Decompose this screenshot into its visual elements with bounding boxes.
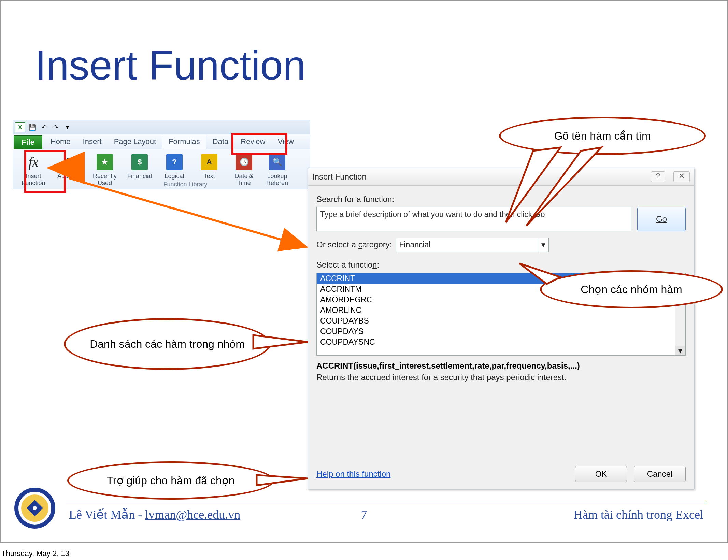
- file-tab[interactable]: File: [14, 135, 42, 149]
- money-book-icon: $: [130, 153, 149, 172]
- group-label: Function Library: [64, 181, 306, 188]
- insert-function-dialog: Insert Function ? ✕ Search for a functio…: [308, 168, 694, 489]
- financial-button[interactable]: $ Financial: [122, 151, 157, 181]
- callout-category: Chọn các nhóm hàm: [540, 270, 723, 308]
- list-item[interactable]: COUPDAYS: [317, 326, 675, 337]
- tab-data[interactable]: Data: [206, 134, 234, 149]
- question-book-icon: ?: [165, 153, 184, 172]
- tab-review[interactable]: Review: [234, 134, 271, 149]
- tab-formulas[interactable]: Formulas: [162, 134, 206, 149]
- excel-ribbon: X 💾 ↶ ↷ ▾ File Home Insert Page Layout F…: [13, 120, 310, 189]
- category-row: Or select a category: Financial ▾: [316, 238, 686, 252]
- autosum-label: AutoSum: [57, 173, 83, 180]
- university-logo: [14, 488, 55, 529]
- category-label: Or select a category:: [316, 240, 392, 249]
- slide-title: Insert Function: [35, 42, 306, 89]
- clock-book-icon: 🕓: [234, 153, 254, 172]
- select-function-label: Select a function:: [316, 260, 686, 270]
- qat-dropdown-icon[interactable]: ▾: [63, 123, 72, 132]
- redo-icon[interactable]: ↷: [51, 123, 60, 132]
- slide-date: Thursday, May 2, 13: [1, 549, 69, 558]
- tab-insert[interactable]: Insert: [77, 134, 108, 149]
- ribbon-body: fx Insert Function Σ AutoSum ★ Recently …: [13, 149, 310, 189]
- footer-rule: [66, 503, 707, 503]
- window-buttons: ? ✕: [651, 171, 690, 182]
- cancel-button[interactable]: Cancel: [634, 466, 686, 482]
- close-icon[interactable]: ✕: [673, 171, 690, 182]
- chevron-down-icon[interactable]: ▾: [538, 238, 548, 252]
- undo-icon[interactable]: ↶: [40, 123, 48, 132]
- text-label: Text: [203, 173, 215, 180]
- callout-list: Danh sách các hàm trong nhóm: [64, 318, 271, 370]
- scroll-down-icon[interactable]: ▾: [675, 346, 685, 355]
- text-button[interactable]: A Text: [192, 151, 227, 181]
- star-book-icon: ★: [95, 153, 114, 172]
- text-book-icon: A: [200, 153, 219, 172]
- save-icon[interactable]: 💾: [28, 123, 37, 132]
- tab-page-layout[interactable]: Page Layout: [108, 134, 162, 149]
- category-select[interactable]: Financial ▾: [396, 238, 549, 252]
- lookup-book-icon: 🔍: [268, 153, 287, 172]
- insert-function-button[interactable]: fx Insert Function: [14, 151, 53, 188]
- help-link[interactable]: Help on this function: [316, 469, 390, 479]
- callout-search: Gõ tên hàm cần tìm: [499, 117, 706, 155]
- go-button[interactable]: Go: [637, 207, 686, 231]
- logical-label: Logical: [165, 173, 184, 180]
- financial-label: Financial: [127, 173, 152, 180]
- list-item[interactable]: COUPDAYSNC: [317, 337, 675, 347]
- dialog-buttons: OK Cancel: [575, 466, 686, 482]
- dialog-titlebar: Insert Function ? ✕: [308, 168, 694, 186]
- page-number: 7: [361, 507, 367, 522]
- tab-view[interactable]: View: [271, 134, 300, 149]
- logical-button[interactable]: ? Logical: [157, 151, 192, 181]
- sigma-icon: Σ: [60, 153, 80, 172]
- function-signature: ACCRINT(issue,first_interest,settlement,…: [316, 361, 686, 371]
- footer-rule: [66, 502, 707, 502]
- ribbon-tabs: File Home Insert Page Layout Formulas Da…: [13, 134, 310, 149]
- insert-function-label: Insert Function: [22, 173, 45, 187]
- tab-home[interactable]: Home: [44, 134, 77, 149]
- search-row: Type a brief description of what you wan…: [316, 207, 686, 231]
- excel-icon: X: [15, 122, 25, 132]
- search-label: Search for a function:: [316, 195, 686, 204]
- footer-email: lvman@hce.edu.vn: [145, 508, 240, 521]
- autosum-button[interactable]: Σ AutoSum: [53, 151, 87, 181]
- function-description: Returns the accrued interest for a secur…: [316, 373, 686, 382]
- category-value: Financial: [399, 240, 430, 249]
- footer-author: Lê Viết Mẫn - lvman@hce.edu.vn: [69, 507, 240, 522]
- footer-topic: Hàm tài chính trong Excel: [574, 507, 703, 522]
- list-item[interactable]: COUPDAYBS: [317, 316, 675, 326]
- help-button-icon[interactable]: ?: [651, 171, 665, 182]
- slide: Insert Function X 💾 ↶ ↷ ▾ File Home Inse…: [0, 0, 728, 543]
- ok-button[interactable]: OK: [575, 466, 627, 482]
- callout-help: Trợ giúp cho hàm đã chọn: [67, 461, 274, 500]
- dialog-footer: Help on this function OK Cancel: [316, 466, 686, 482]
- dialog-title: Insert Function: [312, 172, 367, 182]
- quick-access-toolbar: X 💾 ↶ ↷ ▾: [13, 120, 310, 134]
- fx-icon: fx: [24, 153, 43, 172]
- search-input[interactable]: Type a brief description of what you wan…: [316, 207, 631, 231]
